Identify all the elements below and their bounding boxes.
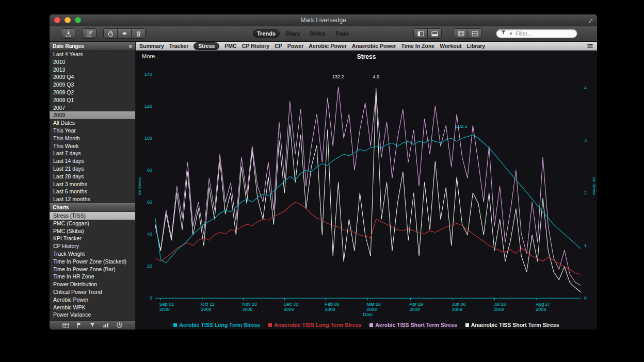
date-range-item-2009-q4[interactable]: 2009 Q4 bbox=[50, 73, 135, 81]
view-tab-train[interactable]: Train bbox=[332, 30, 352, 37]
date-range-item-2007[interactable]: 2007 bbox=[50, 104, 135, 112]
chart-item-track-weight[interactable]: Track Weight bbox=[50, 250, 135, 258]
date-range-item-2010[interactable]: 2010 bbox=[50, 58, 135, 66]
legend-label: Anaerobic TISS Short Term Stress bbox=[471, 322, 559, 328]
svg-text:Feb 08: Feb 08 bbox=[325, 302, 339, 307]
tab-workout[interactable]: Workout bbox=[440, 43, 461, 49]
tab-power[interactable]: Power bbox=[287, 43, 304, 49]
tab-cp-history[interactable]: CP History bbox=[242, 43, 270, 49]
svg-text:Jul 18: Jul 18 bbox=[494, 302, 506, 307]
tab-stress[interactable]: Stress bbox=[194, 42, 219, 50]
sidebar-menu-icon[interactable]: ≡ bbox=[129, 43, 132, 50]
chart-area: Sep 012008Oct 112008Nov 202008Dec 302008… bbox=[136, 51, 597, 330]
filter-field[interactable]: ▼ bbox=[496, 29, 577, 38]
save-button[interactable] bbox=[61, 28, 75, 39]
date-range-item-2009-q3[interactable]: 2009 Q3 bbox=[50, 81, 135, 89]
view-tab-rides[interactable]: Rides bbox=[307, 30, 329, 37]
legend-label: Aerobic TISS Long Term Stress bbox=[179, 322, 260, 328]
date-range-item-last-6-months[interactable]: Last 6 months bbox=[50, 188, 135, 195]
tab-anaerobic-power[interactable]: Anaerobic Power bbox=[352, 43, 396, 49]
annotation-132-2: 132.2 bbox=[332, 74, 344, 79]
clock-button[interactable] bbox=[116, 322, 123, 328]
svg-text:2: 2 bbox=[584, 190, 587, 195]
svg-text:0: 0 bbox=[584, 295, 587, 301]
charts-header[interactable]: Charts bbox=[50, 203, 135, 212]
date-range-item-this-year[interactable]: This Year bbox=[50, 127, 135, 135]
minimize-button[interactable] bbox=[65, 17, 71, 23]
date-range-item-last-14-days[interactable]: Last 14 days bbox=[50, 157, 135, 165]
svg-text:2009: 2009 bbox=[536, 307, 546, 312]
title-bar[interactable]: Mark Liversedge bbox=[50, 14, 597, 26]
edit-button[interactable] bbox=[82, 28, 96, 39]
chart-item-time-in-power-zone-stacked[interactable]: Time In Power Zone (Stacked) bbox=[50, 258, 135, 266]
edit-icon bbox=[86, 30, 93, 37]
intervals-button[interactable] bbox=[117, 28, 132, 39]
date-range-item-last-3-months[interactable]: Last 3 months bbox=[50, 180, 135, 188]
filter-input[interactable] bbox=[514, 30, 573, 37]
chart-item-critical-power-trend[interactable]: Critical Power Trend bbox=[50, 288, 135, 296]
date-ranges-header[interactable]: Date Ranges ≡ bbox=[50, 42, 135, 51]
table-button[interactable] bbox=[62, 322, 69, 328]
tab-tracker[interactable]: Tracker bbox=[169, 43, 188, 49]
toggle-sidebar-button[interactable] bbox=[413, 28, 428, 39]
tab-library[interactable]: Library bbox=[467, 43, 486, 49]
chart-item-stress-tiss[interactable]: Stress (TISS) bbox=[50, 212, 135, 220]
legend-item-anaerobic-tiss-short-term-stress: Anaerobic TISS Short Term Stress bbox=[465, 322, 559, 328]
date-range-item-last-21-days[interactable]: Last 21 days bbox=[50, 165, 135, 173]
more-menu[interactable]: More... bbox=[142, 53, 159, 59]
svg-text:80: 80 bbox=[147, 168, 152, 173]
tab-pmc[interactable]: PMC bbox=[224, 43, 236, 49]
stats-button[interactable] bbox=[103, 322, 109, 328]
dropdown-arrow-icon: ▼ bbox=[509, 31, 513, 36]
date-range-item-all-dates[interactable]: All Dates bbox=[50, 119, 135, 127]
trash-icon bbox=[135, 30, 142, 37]
date-range-item-this-week[interactable]: This Week bbox=[50, 142, 135, 150]
zoom-button[interactable] bbox=[75, 17, 81, 23]
close-button[interactable] bbox=[54, 17, 60, 23]
fullscreen-icon[interactable] bbox=[588, 17, 593, 26]
svg-text:2009: 2009 bbox=[452, 307, 462, 312]
chart-item-aerobic-wpk[interactable]: Aerobic WPK bbox=[50, 304, 135, 311]
chart-tab-bar: SummaryTrackerStressPMCCP HistoryCPPower… bbox=[136, 42, 597, 51]
tab-time-in-zone[interactable]: Time In Zone bbox=[401, 43, 435, 49]
date-range-item-this-month[interactable]: This Month bbox=[50, 135, 135, 142]
date-range-item-last-12-months[interactable]: Last 12 months bbox=[50, 195, 135, 203]
flag-button[interactable] bbox=[76, 322, 83, 328]
layout-toggle-group bbox=[454, 28, 482, 39]
date-range-item-last-28-days[interactable]: Last 28 days bbox=[50, 173, 135, 180]
legend-item-anaerobic-tiss-long-term-stress: Anaerobic TISS Long Term Stress bbox=[268, 322, 361, 328]
tiled-view-button[interactable] bbox=[468, 28, 482, 39]
chart-item-pmc-skiba[interactable]: PMC (Skiba) bbox=[50, 227, 135, 235]
date-range-item-last-4-years[interactable]: Last 4 Years bbox=[50, 51, 135, 58]
filter-button[interactable] bbox=[89, 322, 96, 328]
stopwatch-button[interactable] bbox=[103, 28, 118, 39]
filter-funnel-icon bbox=[501, 29, 507, 38]
legend-swatch bbox=[173, 323, 177, 327]
legend-swatch bbox=[268, 323, 272, 327]
svg-text:100: 100 bbox=[144, 136, 152, 141]
chart-item-power-distribution[interactable]: Power Distribution bbox=[50, 281, 135, 288]
chart-item-time-in-hr-zone[interactable]: Time In HR Zone bbox=[50, 273, 135, 281]
chart-item-kpi-tracker[interactable]: KPI Tracker bbox=[50, 235, 135, 242]
svg-text:Jun 08: Jun 08 bbox=[452, 302, 466, 307]
date-range-item-2013[interactable]: 2013 bbox=[50, 66, 135, 74]
date-range-item-2009-q1[interactable]: 2009 Q1 bbox=[50, 96, 135, 104]
chart-item-time-in-power-zone-bar[interactable]: Time In Power Zone (Bar) bbox=[50, 266, 135, 273]
chart-item-cp-history[interactable]: CP History bbox=[50, 242, 135, 250]
date-range-item-2009-q2[interactable]: 2009 Q2 bbox=[50, 89, 135, 96]
toggle-compare-button[interactable] bbox=[427, 28, 442, 39]
single-view-button[interactable] bbox=[454, 28, 468, 39]
view-tab-diary[interactable]: Diary bbox=[282, 30, 304, 37]
delete-button[interactable] bbox=[131, 28, 146, 39]
chart-menu-icon[interactable] bbox=[587, 43, 593, 50]
chart-item-aerobic-power[interactable]: Aerobic Power bbox=[50, 296, 135, 304]
tab-cp[interactable]: CP bbox=[275, 43, 282, 49]
svg-text:2008: 2008 bbox=[283, 307, 294, 312]
date-range-item-2009[interactable]: 2009 bbox=[50, 111, 135, 119]
tab-summary[interactable]: Summary bbox=[139, 43, 164, 49]
date-range-item-last-7-days[interactable]: Last 7 days bbox=[50, 150, 135, 157]
chart-item-pmc-coggan[interactable]: PMC (Coggan) bbox=[50, 220, 135, 227]
tab-aerobic-power[interactable]: Aerobic Power bbox=[309, 43, 347, 49]
view-tab-trends[interactable]: Trends bbox=[253, 29, 280, 38]
chart-item-power-variance[interactable]: Power Variance bbox=[50, 311, 135, 319]
